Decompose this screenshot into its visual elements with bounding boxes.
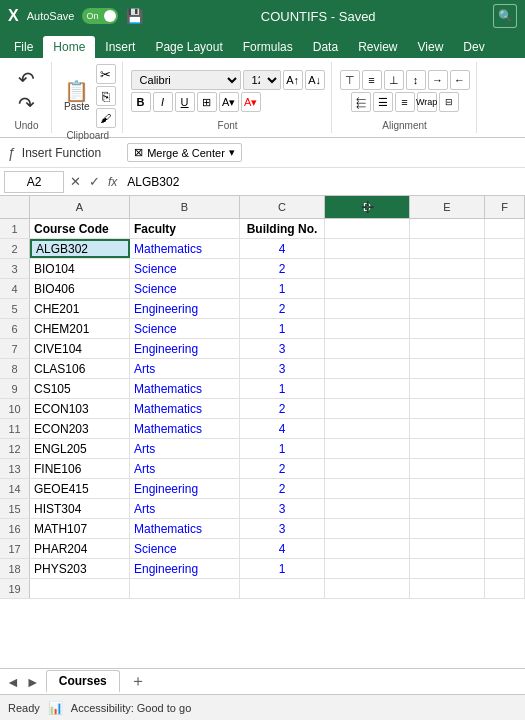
tab-review[interactable]: Review (348, 36, 407, 58)
cell-4-e[interactable] (410, 279, 485, 298)
cell-16-b[interactable]: Mathematics (130, 519, 240, 538)
cell-11-b[interactable]: Mathematics (130, 419, 240, 438)
copy-button[interactable]: ⎘ (96, 86, 116, 106)
cell-7-a[interactable]: CIVE104 (30, 339, 130, 358)
cell-10-c[interactable]: 2 (240, 399, 325, 418)
decrease-font-button[interactable]: A↓ (305, 70, 325, 90)
border-button[interactable]: ⊞ (197, 92, 217, 112)
cell-4-b[interactable]: Science (130, 279, 240, 298)
cell-15-d[interactable] (325, 499, 410, 518)
bold-button[interactable]: B (131, 92, 151, 112)
cell-17-f[interactable] (485, 539, 525, 558)
cell-3-f[interactable] (485, 259, 525, 278)
cell-4-a[interactable]: BIO406 (30, 279, 130, 298)
cell-9-e[interactable] (410, 379, 485, 398)
cell-12-d[interactable] (325, 439, 410, 458)
indent-less-button[interactable]: ← (450, 70, 470, 90)
cell-12-e[interactable] (410, 439, 485, 458)
cell-1-d[interactable] (325, 219, 410, 238)
cell-18-a[interactable]: PHYS203 (30, 559, 130, 578)
cell-2-c[interactable]: 4 (240, 239, 325, 258)
italic-button[interactable]: I (153, 92, 173, 112)
cell-14-a[interactable]: GEOE415 (30, 479, 130, 498)
cell-17-c[interactable]: 4 (240, 539, 325, 558)
cell-6-e[interactable] (410, 319, 485, 338)
cell-6-a[interactable]: CHEM201 (30, 319, 130, 338)
col-header-d[interactable]: D ✛ (325, 196, 410, 218)
cell-16-e[interactable] (410, 519, 485, 538)
cell-4-d[interactable] (325, 279, 410, 298)
cell-13-d[interactable] (325, 459, 410, 478)
cell-11-d[interactable] (325, 419, 410, 438)
cell-19-a[interactable] (30, 579, 130, 598)
col-header-c[interactable]: C (240, 196, 325, 218)
fx-icon[interactable]: fx (106, 173, 119, 191)
cell-15-b[interactable]: Arts (130, 499, 240, 518)
cell-6-d[interactable] (325, 319, 410, 338)
cell-14-f[interactable] (485, 479, 525, 498)
cell-1-a[interactable]: Course Code (30, 219, 130, 238)
cell-12-c[interactable]: 1 (240, 439, 325, 458)
tab-file[interactable]: File (4, 36, 43, 58)
tab-view[interactable]: View (408, 36, 454, 58)
cell-7-c[interactable]: 3 (240, 339, 325, 358)
cell-2-d[interactable] (325, 239, 410, 258)
cell-19-e[interactable] (410, 579, 485, 598)
cell-6-c[interactable]: 1 (240, 319, 325, 338)
cell-10-e[interactable] (410, 399, 485, 418)
cell-4-f[interactable] (485, 279, 525, 298)
cell-13-e[interactable] (410, 459, 485, 478)
cell-14-d[interactable] (325, 479, 410, 498)
cell-11-e[interactable] (410, 419, 485, 438)
text-direction-button[interactable]: ↕ (406, 70, 426, 90)
sheet-tab-courses[interactable]: Courses (46, 670, 120, 693)
cell-13-c[interactable]: 2 (240, 459, 325, 478)
cell-4-c[interactable]: 1 (240, 279, 325, 298)
cell-12-b[interactable]: Arts (130, 439, 240, 458)
cell-7-b[interactable]: Engineering (130, 339, 240, 358)
cell-14-c[interactable]: 2 (240, 479, 325, 498)
underline-button[interactable]: U (175, 92, 195, 112)
cell-10-d[interactable] (325, 399, 410, 418)
cell-2-a[interactable]: ALGB302 (30, 239, 130, 258)
add-sheet-button[interactable]: ＋ (124, 669, 152, 694)
cell-7-f[interactable] (485, 339, 525, 358)
merge-center-button[interactable]: ⊠ Merge & Center ▾ (127, 143, 242, 162)
increase-font-button[interactable]: A↑ (283, 70, 303, 90)
cell-19-f[interactable] (485, 579, 525, 598)
cell-11-f[interactable] (485, 419, 525, 438)
cell-11-c[interactable]: 4 (240, 419, 325, 438)
cell-15-e[interactable] (410, 499, 485, 518)
cell-3-d[interactable] (325, 259, 410, 278)
cancel-formula-icon[interactable]: ✕ (68, 172, 83, 191)
name-box[interactable] (4, 171, 64, 193)
cell-15-f[interactable] (485, 499, 525, 518)
cell-7-e[interactable] (410, 339, 485, 358)
cell-8-d[interactable] (325, 359, 410, 378)
tab-formulas[interactable]: Formulas (233, 36, 303, 58)
col-header-a[interactable]: A (30, 196, 130, 218)
cell-15-a[interactable]: HIST304 (30, 499, 130, 518)
autosave-toggle[interactable]: On (82, 8, 118, 24)
cell-9-d[interactable] (325, 379, 410, 398)
cell-14-b[interactable]: Engineering (130, 479, 240, 498)
cell-3-b[interactable]: Science (130, 259, 240, 278)
cell-5-b[interactable]: Engineering (130, 299, 240, 318)
cell-19-d[interactable] (325, 579, 410, 598)
align-center-button[interactable]: ☰ (373, 92, 393, 112)
cell-5-a[interactable]: CHE201 (30, 299, 130, 318)
cell-8-e[interactable] (410, 359, 485, 378)
cell-16-c[interactable]: 3 (240, 519, 325, 538)
col-header-f[interactable]: F (485, 196, 525, 218)
cell-17-b[interactable]: Science (130, 539, 240, 558)
align-right-button[interactable]: ≡ (395, 92, 415, 112)
cell-13-b[interactable]: Arts (130, 459, 240, 478)
indent-more-button[interactable]: → (428, 70, 448, 90)
cell-19-c[interactable] (240, 579, 325, 598)
align-top-button[interactable]: ⊤ (340, 70, 360, 90)
cell-2-b[interactable]: Mathematics (130, 239, 240, 258)
cell-17-a[interactable]: PHAR204 (30, 539, 130, 558)
cell-9-c[interactable]: 1 (240, 379, 325, 398)
cell-11-a[interactable]: ECON203 (30, 419, 130, 438)
cell-14-e[interactable] (410, 479, 485, 498)
